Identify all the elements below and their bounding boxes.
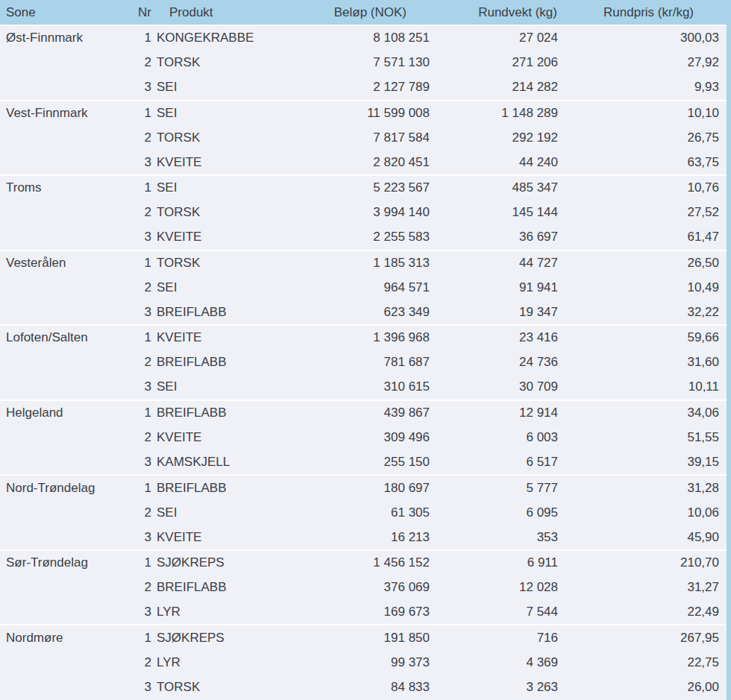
cell-belop: 2 820 451 bbox=[282, 151, 430, 176]
table-row[interactable]: 2 SEI 964 571 91 941 10,49 bbox=[0, 275, 727, 300]
table-row[interactable]: 2 SEI 61 305 6 095 10,06 bbox=[0, 500, 727, 526]
cell-rundvekt: 6 003 bbox=[430, 425, 558, 450]
cell-belop: 99 373 bbox=[282, 650, 430, 675]
cell-nr: 3 bbox=[138, 675, 151, 700]
table-row[interactable]: Vest-Finnmark 1 SEI 11 599 008 1 148 289… bbox=[0, 101, 727, 126]
scrollbar[interactable] bbox=[727, 0, 731, 700]
cell-rundvekt: 4 369 bbox=[430, 650, 558, 675]
cell-belop: 61 305 bbox=[282, 500, 430, 526]
cell-belop: 180 697 bbox=[282, 475, 430, 500]
cell-sone bbox=[0, 375, 138, 400]
cell-belop: 964 571 bbox=[282, 275, 430, 300]
cell-produkt: LYR bbox=[151, 600, 282, 625]
cell-rundvekt: 23 416 bbox=[430, 325, 558, 350]
cell-rundpris: 61,47 bbox=[558, 225, 727, 250]
table-row[interactable]: 3 BREIFLABB 623 349 19 347 32,22 bbox=[0, 300, 727, 326]
cell-nr: 3 bbox=[138, 600, 151, 625]
cell-rundvekt: 214 282 bbox=[430, 75, 558, 101]
cell-produkt: TORSK bbox=[151, 125, 282, 151]
cell-rundpris: 267,95 bbox=[558, 625, 727, 650]
cell-rundvekt: 716 bbox=[430, 625, 558, 650]
table-row[interactable]: Sør-Trøndelag 1 SJØKREPS 1 456 152 6 911… bbox=[0, 550, 727, 576]
cell-produkt: KVEITE bbox=[151, 151, 282, 176]
cell-nr: 1 bbox=[138, 101, 151, 126]
table-row[interactable]: 3 KVEITE 2 820 451 44 240 63,75 bbox=[0, 151, 727, 176]
table-row[interactable]: 2 BREIFLABB 781 687 24 736 31,60 bbox=[0, 350, 727, 376]
cell-rundpris: 10,49 bbox=[558, 275, 727, 300]
table-row[interactable]: 3 SEI 2 127 789 214 282 9,93 bbox=[0, 75, 727, 101]
cell-sone bbox=[0, 75, 138, 101]
table-row[interactable]: Nordmøre 1 SJØKREPS 191 850 716 267,95 bbox=[0, 625, 727, 650]
cell-produkt: KVEITE bbox=[151, 225, 282, 250]
cell-rundpris: 26,50 bbox=[558, 250, 727, 276]
column-header-nr[interactable]: Nr bbox=[138, 0, 151, 25]
cell-belop: 376 069 bbox=[282, 575, 430, 600]
cell-rundpris: 210,70 bbox=[558, 550, 727, 576]
cell-rundpris: 26,75 bbox=[558, 125, 727, 151]
cell-produkt: BREIFLABB bbox=[151, 300, 282, 326]
cell-nr: 2 bbox=[138, 201, 151, 226]
cell-sone: Nordmøre bbox=[0, 625, 138, 650]
table-row[interactable]: Troms 1 SEI 5 223 567 485 347 10,76 bbox=[0, 175, 727, 201]
table-header-row: Sone Nr Produkt Beløp (NOK) Rundvekt (kg… bbox=[0, 0, 727, 25]
table-row[interactable]: 3 LYR 169 673 7 544 22,49 bbox=[0, 600, 727, 625]
cell-rundpris: 10,11 bbox=[558, 375, 727, 400]
cell-produkt: KVEITE bbox=[151, 325, 282, 350]
cell-nr: 1 bbox=[138, 400, 151, 426]
cell-rundvekt: 12 914 bbox=[430, 400, 558, 426]
column-header-rundpris[interactable]: Rundpris (kr/kg) bbox=[558, 0, 727, 25]
cell-belop: 84 833 bbox=[282, 675, 430, 700]
table-row[interactable]: Lofoten/Salten 1 KVEITE 1 396 968 23 416… bbox=[0, 325, 727, 350]
cell-nr: 2 bbox=[138, 425, 151, 450]
table-row[interactable]: 3 TORSK 84 833 3 263 26,00 bbox=[0, 675, 727, 700]
cell-produkt: KONGEKRABBE bbox=[151, 25, 282, 51]
cell-rundvekt: 19 347 bbox=[430, 300, 558, 326]
cell-rundvekt: 44 240 bbox=[430, 151, 558, 176]
table-row[interactable]: Helgeland 1 BREIFLABB 439 867 12 914 34,… bbox=[0, 400, 727, 426]
table-row[interactable]: Nord-Trøndelag 1 BREIFLABB 180 697 5 777… bbox=[0, 475, 727, 500]
column-header-produkt[interactable]: Produkt bbox=[151, 0, 282, 25]
cell-belop: 3 994 140 bbox=[282, 201, 430, 226]
cell-rundpris: 39,15 bbox=[558, 450, 727, 476]
table-row[interactable]: Vesterålen 1 TORSK 1 185 313 44 727 26,5… bbox=[0, 250, 727, 276]
cell-sone bbox=[0, 350, 138, 376]
cell-rundpris: 300,03 bbox=[558, 25, 727, 51]
table-row[interactable]: 3 KAMSKJELL 255 150 6 517 39,15 bbox=[0, 450, 727, 476]
table-row[interactable]: 2 TORSK 7 571 130 271 206 27,92 bbox=[0, 51, 727, 76]
cell-rundpris: 45,90 bbox=[558, 525, 727, 550]
cell-rundvekt: 91 941 bbox=[430, 275, 558, 300]
cell-sone bbox=[0, 300, 138, 326]
cell-sone: Helgeland bbox=[0, 400, 138, 426]
cell-produkt: SJØKREPS bbox=[151, 550, 282, 576]
cell-sone bbox=[0, 225, 138, 250]
cell-belop: 1 456 152 bbox=[282, 550, 430, 576]
table-row[interactable]: 3 KVEITE 2 255 583 36 697 61,47 bbox=[0, 225, 727, 250]
cell-nr: 1 bbox=[138, 475, 151, 500]
cell-sone bbox=[0, 425, 138, 450]
table-row[interactable]: 2 BREIFLABB 376 069 12 028 31,27 bbox=[0, 575, 727, 600]
column-header-belop[interactable]: Beløp (NOK) bbox=[282, 0, 430, 25]
cell-produkt: SEI bbox=[151, 500, 282, 526]
table-row[interactable]: 2 KVEITE 309 496 6 003 51,55 bbox=[0, 425, 727, 450]
column-header-rundvekt[interactable]: Rundvekt (kg) bbox=[430, 0, 558, 25]
cell-sone bbox=[0, 600, 138, 625]
cell-produkt: SEI bbox=[151, 175, 282, 201]
cell-rundpris: 59,66 bbox=[558, 325, 727, 350]
table-row[interactable]: Øst-Finnmark 1 KONGEKRABBE 8 108 251 27 … bbox=[0, 25, 727, 51]
cell-produkt: KAMSKJELL bbox=[151, 450, 282, 476]
table-row[interactable]: 2 TORSK 7 817 584 292 192 26,75 bbox=[0, 125, 727, 151]
cell-produkt: SEI bbox=[151, 375, 282, 400]
cell-rundpris: 22,49 bbox=[558, 600, 727, 625]
cell-nr: 1 bbox=[138, 625, 151, 650]
column-header-sone[interactable]: Sone bbox=[0, 0, 138, 25]
cell-belop: 310 615 bbox=[282, 375, 430, 400]
cell-rundpris: 27,92 bbox=[558, 51, 727, 76]
cell-rundpris: 10,06 bbox=[558, 500, 727, 526]
cell-belop: 169 673 bbox=[282, 600, 430, 625]
table-row[interactable]: 2 LYR 99 373 4 369 22,75 bbox=[0, 650, 727, 675]
table-row[interactable]: 3 SEI 310 615 30 709 10,11 bbox=[0, 375, 727, 400]
table-row[interactable]: 3 KVEITE 16 213 353 45,90 bbox=[0, 525, 727, 550]
table-row[interactable]: 2 TORSK 3 994 140 145 144 27,52 bbox=[0, 201, 727, 226]
cell-sone: Sør-Trøndelag bbox=[0, 550, 138, 576]
cell-sone bbox=[0, 151, 138, 176]
